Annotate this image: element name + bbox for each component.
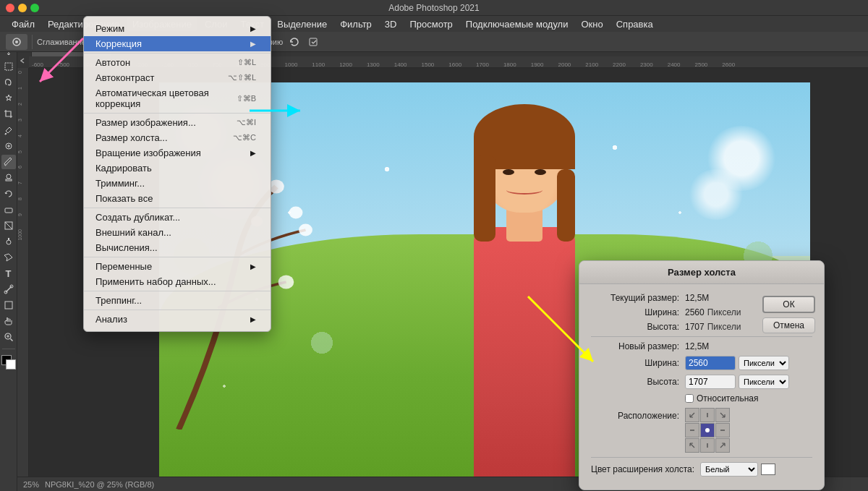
menu-section-7: Анализ ▶ — [84, 310, 271, 328]
analysis-label: Анализ — [95, 314, 127, 325]
minimize-button[interactable] — [18, 4, 27, 12]
tool-gradient[interactable] — [1, 218, 16, 233]
dialog-body: ОК Отмена Текущий размер: 12,5М Ширина: … — [579, 284, 824, 490]
svg-point-1 — [15, 40, 18, 43]
menu-item-image-size[interactable]: Размер изображения... ⌥⌘I — [84, 115, 271, 130]
menu-selection[interactable]: Выделение — [271, 17, 333, 31]
autotone-label: Автотон — [95, 57, 130, 68]
canvas-color-select[interactable]: Белый Чёрный Серый — [700, 462, 758, 477]
menu-item-duplicate[interactable]: Создать дубликат... — [84, 210, 271, 225]
fullscreen-button[interactable] — [30, 4, 39, 12]
dialog-buttons: ОК Отмена — [762, 296, 815, 333]
tool-lasso[interactable] — [1, 75, 16, 90]
correction-label: Коррекция — [95, 38, 142, 49]
svg-point-17 — [278, 275, 294, 289]
current-height-label: Высота: — [591, 322, 685, 332]
current-height-value: 1707 — [685, 322, 705, 332]
dress — [474, 227, 575, 491]
image-dropdown-menu: Режим ▶ Коррекция ▶ Автотон ⇧⌘L Автоконт… — [83, 16, 271, 332]
menu-plugins[interactable]: Подключаемые модули — [460, 17, 574, 31]
new-height-unit-select[interactable]: Пиксели Дюймы — [739, 375, 789, 389]
anchor-tr[interactable] — [715, 408, 730, 422]
tool-text[interactable]: T — [1, 266, 16, 281]
menu-window[interactable]: Окно — [575, 17, 608, 31]
variables-arrow: ▶ — [250, 262, 256, 270]
new-height-input[interactable] — [685, 375, 736, 389]
image-size-label: Размер изображения... — [95, 117, 196, 128]
menu-item-auto-color[interactable]: Автоматическая цветовая коррекция ⇧⌘B — [84, 85, 271, 111]
menu-item-autotone[interactable]: Автотон ⇧⌘L — [84, 55, 271, 70]
anchor-bl[interactable] — [685, 438, 699, 453]
tool-eyedropper[interactable] — [1, 123, 16, 137]
canvas-color-swatch[interactable] — [761, 464, 775, 475]
menu-item-mode[interactable]: Режим ▶ — [84, 21, 271, 36]
face-features — [495, 166, 553, 195]
menu-item-reveal-all[interactable]: Показать все — [84, 191, 271, 206]
menu-item-analysis[interactable]: Анализ ▶ — [84, 312, 271, 327]
menu-item-rotate[interactable]: Вращение изображения ▶ — [84, 145, 271, 161]
anchor-center[interactable] — [700, 423, 715, 437]
svg-point-10 — [7, 240, 11, 244]
new-width-input[interactable] — [685, 356, 736, 370]
current-width-unit: Пиксели — [707, 307, 741, 317]
toolbox-separator — [2, 349, 15, 349]
anchor-tc[interactable] — [700, 408, 715, 422]
menu-file[interactable]: Файл — [6, 17, 41, 31]
tool-path-select[interactable] — [1, 282, 16, 296]
anchor-grid — [685, 408, 730, 453]
menu-item-calculations[interactable]: Вычисления... — [84, 240, 271, 255]
anchor-tl[interactable] — [685, 408, 699, 422]
menu-filter[interactable]: Фильтр — [334, 17, 378, 31]
zoom-level: 25% — [23, 480, 39, 489]
relative-checkbox[interactable] — [685, 394, 694, 403]
ruler-vertical: 0 1 2 3 4 5 6 7 8 9 1000 — [17, 68, 29, 477]
separator — [32, 35, 33, 49]
anchor-bc[interactable] — [700, 438, 715, 453]
menu-section-3: Размер изображения... ⌥⌘I Размер холста.… — [84, 114, 271, 208]
tool-history-brush[interactable] — [1, 187, 16, 201]
anchor-ml[interactable] — [685, 423, 699, 437]
window-title: Adobe Photoshop 2021 — [388, 3, 479, 13]
analysis-arrow: ▶ — [250, 315, 256, 323]
tool-select[interactable] — [1, 59, 16, 74]
menu-item-trim[interactable]: Тримминг... — [84, 176, 271, 191]
tool-dodge[interactable] — [1, 234, 16, 249]
ok-button[interactable]: ОК — [762, 296, 815, 313]
tool-shape[interactable] — [1, 298, 16, 312]
tool-brush[interactable] — [1, 155, 16, 169]
tool-pen[interactable] — [1, 250, 16, 265]
tool-crop[interactable] — [1, 107, 16, 121]
anchor-mr[interactable] — [715, 423, 730, 437]
menu-item-canvas-size[interactable]: Размер холста... ⌥⌘C — [84, 130, 271, 145]
close-button[interactable] — [6, 4, 14, 12]
menu-section-1: Режим ▶ Коррекция ▶ — [84, 20, 271, 54]
cancel-button[interactable]: Отмена — [762, 317, 815, 333]
autotone-shortcut: ⇧⌘L — [237, 58, 256, 67]
menu-item-autocontrast[interactable]: Автоконтраст ⌥⇧⌘L — [84, 70, 271, 85]
trapping-label: Треппинг... — [95, 295, 142, 306]
new-width-unit-select[interactable]: Пиксели Дюймы Сантиметры — [739, 356, 789, 370]
menu-item-apply-dataset[interactable]: Применить набор данных... — [84, 274, 271, 289]
menu-item-crop[interactable]: Кадрировать — [84, 161, 271, 176]
tool-hand[interactable] — [1, 314, 16, 328]
menu-item-variables[interactable]: Переменные ▶ — [84, 259, 271, 274]
current-height-unit: Пиксели — [707, 322, 741, 332]
correction-arrow: ▶ — [250, 40, 256, 48]
svg-rect-3 — [310, 38, 317, 46]
trim-label: Тримминг... — [95, 178, 145, 189]
tool-magic-wand[interactable] — [1, 91, 16, 106]
anchor-br[interactable] — [715, 438, 730, 453]
menu-item-correction[interactable]: Коррекция ▶ — [84, 36, 271, 51]
tool-eraser[interactable] — [1, 202, 16, 217]
menu-help[interactable]: Справка — [610, 17, 659, 31]
new-height-row: Высота: Пиксели Дюймы — [591, 375, 812, 389]
foreground-color[interactable] — [1, 355, 16, 370]
tool-stamp[interactable] — [1, 171, 16, 185]
menu-item-trapping[interactable]: Треппинг... — [84, 293, 271, 308]
mode-arrow: ▶ — [250, 25, 256, 33]
menu-3d[interactable]: 3D — [379, 17, 403, 31]
menu-item-external-channel[interactable]: Внешний канал... — [84, 225, 271, 240]
menu-view[interactable]: Просмотр — [404, 17, 458, 31]
tool-healing[interactable] — [1, 139, 16, 153]
tool-zoom[interactable] — [1, 330, 16, 344]
